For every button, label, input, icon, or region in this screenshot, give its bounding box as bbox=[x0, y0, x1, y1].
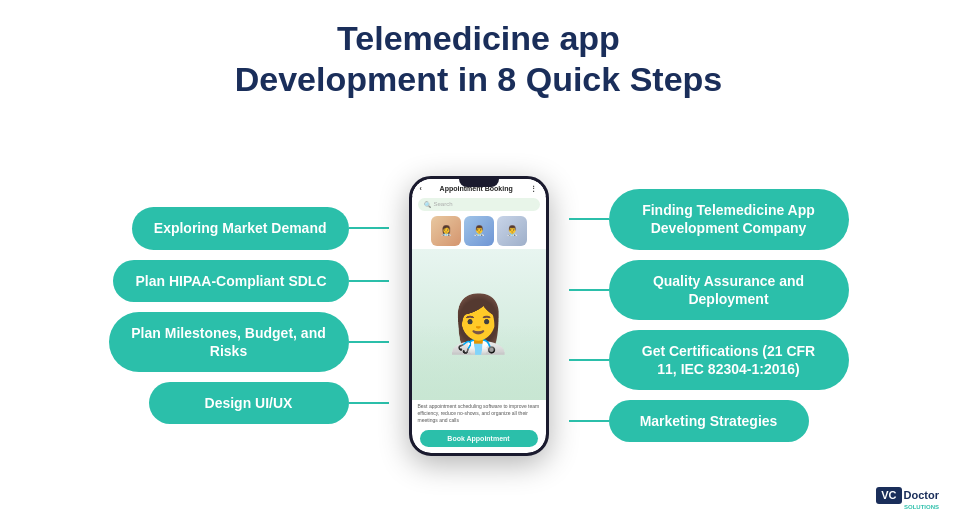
logo-vc-badge: VC bbox=[876, 487, 901, 504]
step5-wrapper: Finding Telemedicine App Development Com… bbox=[569, 189, 849, 249]
connector-right-2 bbox=[569, 289, 609, 291]
step5-pill: Finding Telemedicine App Development Com… bbox=[609, 189, 849, 249]
connector-left-1 bbox=[349, 227, 389, 229]
main-container: Telemedicine app Development in 8 Quick … bbox=[0, 0, 957, 522]
back-icon: ‹ bbox=[420, 185, 422, 192]
logo-doctor-text: Doctor bbox=[904, 489, 939, 501]
connector-right-4 bbox=[569, 420, 609, 422]
book-appointment-button[interactable]: Book Appointment bbox=[420, 430, 538, 447]
phone-bottom-text: Best appointment scheduling software to … bbox=[412, 400, 546, 427]
step4-pill: Design UI/UX bbox=[149, 382, 349, 424]
doctor-avatar-1: 👩‍⚕️ bbox=[431, 216, 461, 246]
step4-wrapper: Design UI/UX bbox=[149, 382, 389, 424]
connector-left-3 bbox=[349, 341, 389, 343]
connector-right-3 bbox=[569, 359, 609, 361]
doctor-avatar-2: 👨‍⚕️ bbox=[464, 216, 494, 246]
step7-pill: Get Certifications (21 CFR 11, IEC 82304… bbox=[609, 330, 849, 390]
step1-wrapper: Exploring Market Demand bbox=[132, 207, 389, 249]
step8-pill: Marketing Strategies bbox=[609, 400, 809, 442]
step6-pill: Quality Assurance and Deployment bbox=[609, 260, 849, 320]
title-line1: Telemedicine app bbox=[337, 19, 620, 57]
phone-center: ‹ Appointment Booking ⋮ 🔍 Search 👩‍⚕️ 👨‍… bbox=[399, 176, 559, 456]
logo-area: VC Doctor SOLUTIONS bbox=[876, 487, 939, 510]
connector-left-4 bbox=[349, 402, 389, 404]
phone-main-image: 👩‍⚕️ bbox=[412, 249, 546, 400]
phone-mockup: ‹ Appointment Booking ⋮ 🔍 Search 👩‍⚕️ 👨‍… bbox=[409, 176, 549, 456]
step6-wrapper: Quality Assurance and Deployment bbox=[569, 260, 849, 320]
menu-icon: ⋮ bbox=[530, 185, 537, 193]
logo-tagline: SOLUTIONS bbox=[904, 504, 939, 510]
connector-left-2 bbox=[349, 280, 389, 282]
phone-screen: ‹ Appointment Booking ⋮ 🔍 Search 👩‍⚕️ 👨‍… bbox=[412, 179, 546, 453]
step2-wrapper: Plan HIPAA-Compliant SDLC bbox=[113, 260, 388, 302]
content-area: Exploring Market Demand Plan HIPAA-Compl… bbox=[0, 110, 957, 522]
step7-wrapper: Get Certifications (21 CFR 11, IEC 82304… bbox=[569, 330, 849, 390]
search-icon: 🔍 bbox=[424, 201, 431, 208]
left-column: Exploring Market Demand Plan HIPAA-Compl… bbox=[20, 207, 399, 424]
step2-pill: Plan HIPAA-Compliant SDLC bbox=[113, 260, 348, 302]
step3-pill: Plan Milestones, Budget, and Risks bbox=[109, 312, 349, 372]
search-placeholder-text: Search bbox=[434, 201, 453, 207]
doctor-avatars: 👩‍⚕️ 👨‍⚕️ 👨‍⚕️ bbox=[412, 213, 546, 249]
title-line2: Development in 8 Quick Steps bbox=[235, 60, 722, 98]
doctor-avatar-3: 👨‍⚕️ bbox=[497, 216, 527, 246]
step8-wrapper: Marketing Strategies bbox=[569, 400, 809, 442]
title-section: Telemedicine app Development in 8 Quick … bbox=[235, 0, 722, 110]
main-title: Telemedicine app Development in 8 Quick … bbox=[235, 18, 722, 100]
phone-notch bbox=[459, 179, 499, 187]
right-column: Finding Telemedicine App Development Com… bbox=[559, 189, 938, 442]
phone-search-bar[interactable]: 🔍 Search bbox=[418, 198, 540, 211]
step1-pill: Exploring Market Demand bbox=[132, 207, 349, 249]
step3-wrapper: Plan Milestones, Budget, and Risks bbox=[109, 312, 389, 372]
connector-right-1 bbox=[569, 218, 609, 220]
